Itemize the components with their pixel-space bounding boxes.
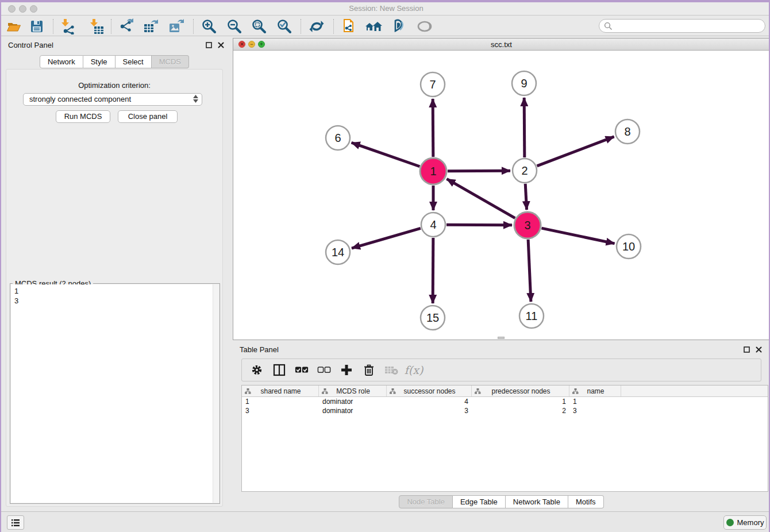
- edge-2-3[interactable]: [525, 184, 526, 210]
- deselect-all-columns-icon[interactable]: [317, 363, 331, 377]
- show-task-history-button[interactable]: [7, 515, 24, 530]
- import-network-icon[interactable]: [59, 18, 76, 35]
- export-table-icon[interactable]: [143, 18, 160, 35]
- search-icon: [604, 22, 613, 30]
- column-type-icon: [475, 388, 481, 394]
- column-header-name[interactable]: name: [569, 385, 621, 396]
- table-row[interactable]: 1dominator411: [242, 397, 768, 406]
- table-cell[interactable]: 3: [387, 406, 472, 415]
- table-cell[interactable]: 1: [242, 397, 319, 406]
- minimize-window-button[interactable]: [19, 5, 26, 13]
- close-panel-icon[interactable]: [756, 346, 762, 353]
- import-table-icon[interactable]: [87, 18, 105, 35]
- table-toolbar: f(x): [241, 358, 761, 381]
- table-panel-tabs: Node TableEdge TableNetwork TableMotifs: [399, 495, 603, 508]
- float-panel-icon[interactable]: [206, 42, 212, 48]
- select-all-columns-icon[interactable]: [295, 363, 309, 377]
- save-session-icon[interactable]: [28, 18, 45, 35]
- zoom-window-button[interactable]: [30, 5, 37, 13]
- tab-mcds[interactable]: MCDS: [152, 55, 189, 68]
- close-window-button[interactable]: [8, 5, 16, 13]
- apply-layout-icon[interactable]: [308, 18, 325, 35]
- network-maximize-icon[interactable]: +: [258, 41, 265, 48]
- edge-2-8[interactable]: [537, 137, 614, 166]
- column-header-successor-nodes[interactable]: successor nodes: [387, 385, 472, 396]
- search-input[interactable]: [599, 19, 765, 33]
- table-cell[interactable]: 4: [387, 397, 472, 406]
- table-cell[interactable]: 3: [569, 406, 621, 415]
- tab-select[interactable]: Select: [116, 55, 152, 68]
- network-minimize-icon[interactable]: −: [248, 41, 255, 48]
- edge-3-11[interactable]: [528, 240, 531, 302]
- close-panel-icon[interactable]: [218, 42, 224, 48]
- table-row[interactable]: 3dominator323: [242, 406, 768, 415]
- node-table[interactable]: shared nameMCDS rolesuccessor nodesprede…: [241, 385, 768, 492]
- zoom-in-icon[interactable]: [201, 18, 218, 35]
- tab-edge-table[interactable]: Edge Table: [453, 495, 506, 508]
- window-title: Session: New Session: [1, 0, 770, 17]
- run-mcds-button[interactable]: Run MCDS: [56, 110, 110, 123]
- table-cell[interactable]: 2: [472, 406, 569, 415]
- edge-4-14[interactable]: [352, 228, 421, 248]
- node-label: 1: [430, 165, 436, 178]
- zoom-selected-icon[interactable]: [276, 18, 293, 35]
- show-hide-graphics-details-icon[interactable]: [390, 18, 407, 35]
- toolbar-separator: [53, 19, 53, 34]
- edge-4-3[interactable]: [446, 225, 512, 225]
- optimization-criterion-select[interactable]: strongly connected component: [23, 93, 202, 106]
- duplicate-network-icon[interactable]: [340, 18, 357, 35]
- result-scrollbar[interactable]: [213, 284, 219, 503]
- tab-style[interactable]: Style: [83, 55, 116, 68]
- edge-1-2[interactable]: [448, 171, 510, 171]
- node-label: 2: [521, 164, 528, 177]
- network-close-icon[interactable]: ✕: [238, 41, 245, 48]
- control-panel-title: Control Panel: [8, 41, 53, 49]
- table-cell[interactable]: 1: [569, 397, 621, 406]
- tab-node-table[interactable]: Node Table: [399, 495, 453, 508]
- table-options-icon[interactable]: [250, 363, 264, 377]
- edge-1-7[interactable]: [433, 99, 433, 157]
- result-line: 3: [14, 296, 215, 306]
- mcds-result-group: MCDS result (2 nodes) 13: [10, 283, 220, 504]
- zoom-out-icon[interactable]: [226, 18, 243, 35]
- table-cell[interactable]: 1: [472, 397, 569, 406]
- export-network-icon[interactable]: [118, 18, 135, 35]
- edge-3-10[interactable]: [541, 228, 614, 244]
- home-icon[interactable]: [365, 18, 382, 35]
- bird-eye-view-icon[interactable]: [416, 18, 433, 35]
- mcds-panel: Optimization criterion: strongly connect…: [6, 69, 223, 507]
- edge-2-9[interactable]: [524, 98, 525, 157]
- export-image-icon[interactable]: [168, 18, 185, 35]
- column-type-icon: [390, 388, 396, 394]
- delete-column-icon[interactable]: [362, 363, 376, 377]
- table-cell[interactable]: dominator: [319, 397, 387, 406]
- edge-1-6[interactable]: [352, 142, 420, 167]
- column-header-shared-name[interactable]: shared name: [242, 385, 319, 396]
- create-column-icon[interactable]: [340, 363, 353, 377]
- edge-3-1[interactable]: [446, 179, 515, 218]
- show-column-panel-icon[interactable]: [272, 363, 286, 377]
- zoom-fit-icon[interactable]: [251, 18, 268, 35]
- node-label: 14: [332, 246, 344, 259]
- toolbar-separator: [333, 19, 334, 34]
- node-label: 9: [521, 77, 527, 90]
- column-header-predecessor-nodes[interactable]: predecessor nodes: [472, 385, 569, 396]
- optimization-criterion-label: Optimization criterion:: [6, 81, 222, 90]
- tab-network[interactable]: Network: [40, 55, 83, 68]
- memory-button[interactable]: Memory: [723, 515, 767, 530]
- close-panel-button[interactable]: Close panel: [118, 110, 178, 123]
- table-cell[interactable]: 3: [242, 406, 319, 415]
- float-panel-icon[interactable]: [744, 346, 750, 353]
- node-label: 10: [622, 240, 635, 253]
- open-session-icon[interactable]: [5, 18, 22, 35]
- edge-4-15[interactable]: [433, 238, 433, 303]
- table-cell[interactable]: dominator: [319, 406, 387, 415]
- canvas-resize-grip[interactable]: [498, 337, 505, 339]
- node-label: 11: [526, 310, 538, 322]
- network-canvas[interactable]: 7968124314101511: [233, 51, 769, 340]
- column-header-MCDS-role[interactable]: MCDS role: [319, 385, 387, 396]
- tab-network-table[interactable]: Network Table: [506, 495, 568, 508]
- mcds-result-list[interactable]: 13: [11, 284, 219, 503]
- tab-motifs[interactable]: Motifs: [568, 495, 604, 508]
- network-window-titlebar[interactable]: ✕ − + scc.txt: [233, 38, 769, 51]
